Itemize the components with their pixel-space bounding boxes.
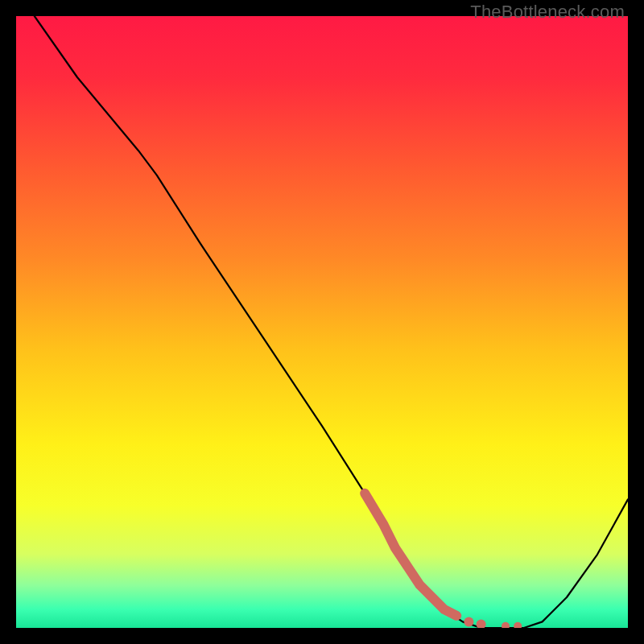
highlight-dot — [514, 622, 522, 628]
highlight-segment — [365, 493, 456, 616]
plot-area — [16, 16, 628, 628]
bottleneck-curve — [35, 16, 628, 628]
highlight-dot — [477, 619, 486, 628]
curve-layer — [16, 16, 628, 628]
highlight-dots — [464, 617, 522, 628]
highlight-dot — [464, 617, 473, 626]
chart-frame: TheBottleneck.com — [0, 0, 644, 644]
highlight-dot — [502, 622, 510, 628]
watermark-text: TheBottleneck.com — [470, 2, 625, 23]
